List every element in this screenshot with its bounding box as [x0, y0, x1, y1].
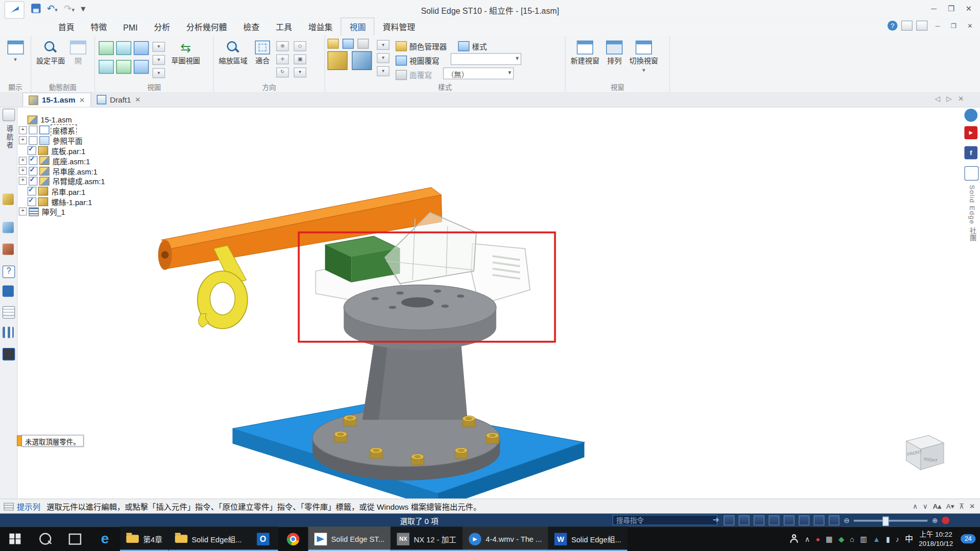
sharpen-style-icon[interactable]	[328, 39, 339, 49]
tab-addins[interactable]: 增益集	[300, 18, 341, 36]
layers-icon[interactable]	[3, 348, 15, 360]
view-option-3-button[interactable]: ▾	[153, 68, 165, 78]
task-view-button[interactable]	[60, 527, 90, 551]
visibility-checkbox[interactable]	[29, 126, 37, 135]
view-option-2-button[interactable]: ▾	[153, 55, 165, 65]
iso-view-icon[interactable]	[99, 41, 113, 55]
pathfinder-tab-icon[interactable]	[3, 109, 15, 121]
tray-battery-icon[interactable]: ▮	[886, 535, 890, 543]
arrange-button[interactable]: 排列	[602, 39, 627, 65]
close-tab-icon[interactable]: ✕	[135, 95, 140, 104]
tray-grid-icon[interactable]: ▦	[826, 535, 833, 543]
tree-item-label[interactable]: 螺絲-1.par:1	[50, 196, 93, 207]
expander-icon[interactable]: +	[19, 177, 27, 185]
tree-item-label[interactable]: 吊車.par:1	[50, 186, 87, 197]
standard-parts-icon[interactable]	[3, 244, 14, 255]
doc-tab-draft[interactable]: Draft1 ✕	[91, 92, 146, 107]
view-override-button[interactable]: 視圖覆寫	[396, 53, 439, 67]
prompt-scroll-down-icon[interactable]: ∨	[923, 502, 928, 510]
zoom-tool-icon[interactable]	[754, 515, 765, 525]
visibility-checkbox[interactable]	[29, 177, 37, 185]
ribbon-display-options-icon[interactable]	[901, 20, 913, 31]
fit-button[interactable]: 適合	[250, 39, 275, 65]
outlook-button[interactable]: O	[248, 527, 278, 551]
common-views-tool-icon[interactable]	[814, 515, 824, 525]
tray-volume-icon[interactable]: ♪	[896, 535, 899, 543]
visibility-checkbox[interactable]	[29, 136, 37, 145]
tab-view[interactable]: 視圖	[341, 17, 375, 36]
tab-check[interactable]: 檢查	[235, 18, 268, 36]
view-option-1-button[interactable]: ▾	[153, 42, 165, 52]
doc-close-button[interactable]: ✕	[964, 22, 976, 29]
expander-icon[interactable]: +	[19, 208, 27, 216]
tree-item-label[interactable]: 參照平面	[51, 135, 84, 146]
zoom-slider-handle[interactable]	[883, 516, 889, 525]
tree-item-part[interactable]: 底板.par:1	[19, 145, 179, 156]
tray-device-icon[interactable]: ▥	[860, 535, 867, 543]
doc-tab-assembly[interactable]: 15-1.asm ✕	[22, 92, 91, 107]
doc-restore-button[interactable]: ❐	[947, 22, 960, 29]
tray-expand-icon[interactable]: ∧	[804, 535, 810, 543]
pin-prompt-icon[interactable]: ⊼	[959, 502, 964, 510]
explorer-window-button[interactable]: Solid Edge組...	[168, 527, 248, 551]
tray-network-icon[interactable]: ▲	[873, 535, 880, 543]
rotate-button[interactable]: ↻	[276, 67, 288, 78]
ime-indicator[interactable]: 中	[905, 535, 913, 543]
material-table-icon[interactable]	[3, 286, 14, 297]
right-view-icon[interactable]	[99, 60, 113, 74]
tree-item-label[interactable]: 陣列_1	[41, 206, 67, 217]
gold-style-cube-icon[interactable]	[328, 51, 348, 70]
help-icon[interactable]: ?	[888, 20, 898, 31]
face-override-select[interactable]: （無）	[443, 67, 513, 79]
youtube-icon[interactable]: ▶	[964, 126, 977, 139]
camera-button[interactable]: ▾	[294, 67, 306, 78]
customize-quick-access-button[interactable]: ▾	[81, 4, 85, 13]
tree-item-subassembly[interactable]: + 吊臂總成.asm:1	[19, 176, 179, 186]
tree-item-coordinate-system[interactable]: + 座標系	[19, 125, 179, 135]
tab-scroll-left-icon[interactable]: ◁	[935, 95, 940, 103]
visibility-checkbox[interactable]	[29, 166, 37, 175]
community-label[interactable]: Solid Edge 社團	[968, 185, 978, 242]
tree-item-label[interactable]: 吊車座.asm:1	[51, 166, 99, 177]
expander-icon[interactable]: +	[19, 136, 27, 144]
record-icon[interactable]	[942, 517, 950, 524]
prompt-scroll-up-icon[interactable]: ∧	[913, 502, 918, 510]
family-of-assemblies-icon[interactable]	[3, 306, 15, 318]
tab-features[interactable]: 特徵	[83, 18, 115, 36]
visibility-checkbox[interactable]	[29, 157, 37, 165]
restore-button[interactable]: ❐	[943, 2, 960, 16]
dimetric-view-icon[interactable]	[116, 60, 131, 74]
new-window-button[interactable]: 新建視窗	[568, 39, 602, 65]
tree-item-label[interactable]: 吊臂總成.asm:1	[51, 176, 106, 187]
look-at-face-button[interactable]: ▣	[294, 55, 306, 65]
tree-item-label[interactable]: 座標系	[51, 125, 76, 136]
tray-app-icon[interactable]: ●	[816, 535, 820, 543]
tree-item-root[interactable]: 15-1.asm	[19, 115, 179, 125]
tab-pmi[interactable]: PMI	[115, 20, 145, 35]
parts-library-icon[interactable]	[3, 194, 14, 205]
tree-item-pattern[interactable]: + 陣列_1	[19, 207, 179, 217]
tray-cloud-icon[interactable]: ⌂	[850, 535, 854, 543]
top-view-icon[interactable]	[134, 41, 149, 55]
view-override-select[interactable]	[451, 53, 521, 65]
command-search-input[interactable]	[612, 515, 718, 525]
pan-button[interactable]: ✛	[276, 55, 288, 65]
zoom-in-icon[interactable]: ⊕	[932, 516, 938, 524]
tree-item-part[interactable]: 螺絲-1.par:1	[19, 196, 179, 207]
tree-item-label[interactable]: 底板.par:1	[50, 145, 87, 156]
minimize-ribbon-icon[interactable]	[916, 20, 927, 31]
visibility-checkbox[interactable]	[28, 187, 36, 195]
action-center-button[interactable]: 24	[959, 534, 977, 543]
common-views-button[interactable]: ◇	[294, 41, 306, 52]
blue-style-cube-icon[interactable]	[352, 51, 372, 70]
color-manager-button[interactable]: 顏色管理器	[396, 39, 447, 53]
face-override-button[interactable]: 面覆寫	[396, 67, 432, 82]
font-decrease-icon[interactable]: A▾	[946, 502, 954, 510]
tree-item-part[interactable]: 吊車.par:1	[19, 186, 179, 196]
save-button[interactable]	[31, 4, 40, 13]
alternate-assemblies-icon[interactable]	[3, 222, 14, 233]
expander-icon[interactable]: +	[19, 126, 27, 134]
tab-scroll-right-icon[interactable]: ▷	[946, 95, 951, 103]
style-mini-3-button[interactable]: ▾	[377, 66, 389, 77]
view-styles-tool-icon[interactable]	[829, 515, 840, 525]
